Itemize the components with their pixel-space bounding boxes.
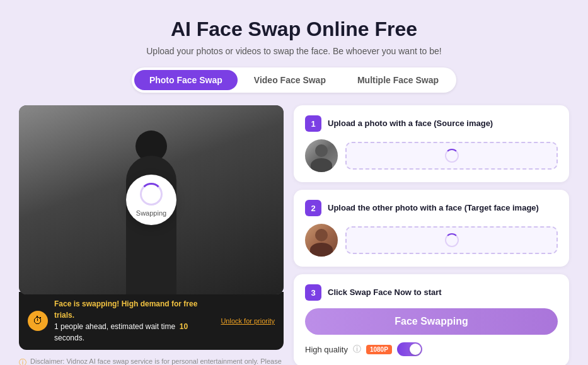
tabs-inner: Photo Face Swap Video Face Swap Multiple… (132, 67, 456, 93)
page-header: AI Face Swap Online Free Upload your pho… (19, 18, 569, 56)
disclaimer-icon: ⓘ (19, 357, 26, 365)
quality-badge: 1080P (366, 345, 392, 354)
step2-title: Upload the other photo with a face (Targ… (328, 202, 539, 214)
tab-photo-face-swap[interactable]: Photo Face Swap (134, 70, 238, 90)
toggle-knob (410, 344, 421, 355)
step1-title: Upload a photo with a face (Source image… (328, 118, 493, 129)
face-swapping-button[interactable]: Face Swapping (305, 308, 558, 335)
tab-video-face-swap[interactable]: Video Face Swap (239, 70, 341, 90)
page-subtitle: Upload your photos or videos to swap the… (19, 46, 569, 56)
step1-loading-spinner (445, 149, 459, 163)
page-title: AI Face Swap Online Free (19, 18, 569, 41)
quality-info-icon: ⓘ (353, 344, 361, 355)
spinner-ring (140, 183, 163, 206)
step2-card: 2 Upload the other photo with a face (Ta… (294, 190, 569, 267)
step2-loading-spinner (445, 233, 459, 247)
timer-icon: ⏱ (28, 311, 48, 331)
step3-header: 3 Click Swap Face Now to start (305, 284, 558, 301)
step1-header: 1 Upload a photo with a face (Source ima… (305, 115, 558, 132)
quality-row: High quality ⓘ 1080P (305, 342, 558, 356)
swapping-spinner: Swapping (126, 175, 176, 225)
status-bar: ⏱ Face is swapping! High demand for free… (19, 292, 284, 350)
quality-label: High quality (305, 345, 348, 354)
disclaimer: ⓘ Disclaimer: Vidnoz AI face swap servic… (19, 356, 284, 365)
right-panel: 1 Upload a photo with a face (Source ima… (294, 105, 569, 365)
step1-upload-row (305, 139, 558, 172)
main-content: Swapping ⏱ Face is swapping! High demand… (19, 105, 569, 365)
tabs-container: Photo Face Swap Video Face Swap Multiple… (19, 67, 569, 93)
step2-upload-area[interactable] (345, 226, 558, 254)
status-text: Face is swapping! High demand for free t… (54, 298, 214, 344)
step3-card: 3 Click Swap Face Now to start Face Swap… (294, 274, 569, 365)
step2-header: 2 Upload the other photo with a face (Ta… (305, 200, 558, 216)
step3-badge: 3 (305, 284, 321, 301)
step1-badge: 1 (305, 115, 321, 132)
step2-badge: 2 (305, 200, 321, 216)
spinner-label: Swapping (136, 209, 166, 217)
page-wrapper: AI Face Swap Online Free Upload your pho… (0, 0, 588, 365)
step2-upload-row (305, 224, 558, 257)
left-panel: Swapping ⏱ Face is swapping! High demand… (19, 105, 284, 365)
step1-card: 1 Upload a photo with a face (Source ima… (294, 105, 569, 182)
unlock-priority-link[interactable]: Unlock for priority (221, 317, 275, 325)
step3-title: Click Swap Face Now to start (328, 287, 442, 298)
target-avatar (305, 224, 338, 257)
source-avatar (305, 139, 338, 172)
preview-box: Swapping (19, 105, 284, 294)
tab-multiple-face-swap[interactable]: Multiple Face Swap (342, 70, 454, 90)
quality-toggle[interactable] (397, 342, 422, 356)
step1-upload-area[interactable] (345, 142, 558, 170)
